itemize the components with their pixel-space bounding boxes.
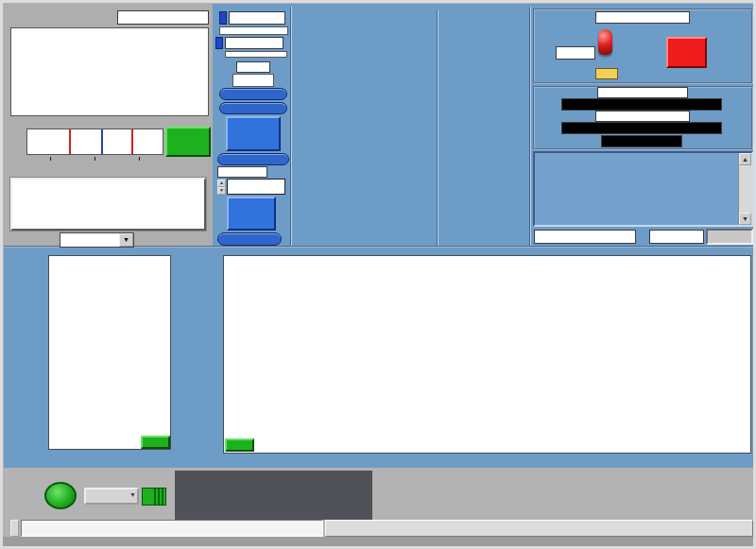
cframe-location-value bbox=[561, 122, 722, 134]
cframe-motion-value bbox=[601, 135, 682, 147]
divider bbox=[290, 7, 292, 246]
shutter-open-label bbox=[556, 46, 595, 60]
three-charts-button[interactable] bbox=[217, 232, 282, 246]
language-dropdown[interactable]: ▼ bbox=[84, 488, 139, 505]
shutter-open-button[interactable] bbox=[666, 37, 707, 68]
meas-val-field[interactable] bbox=[227, 179, 285, 195]
scroll-down-icon[interactable]: ▼ bbox=[739, 213, 751, 225]
status-grip bbox=[10, 520, 19, 537]
deviation-marker-line bbox=[101, 129, 103, 154]
operator-label[interactable] bbox=[225, 37, 284, 49]
shutter-title bbox=[595, 11, 690, 24]
cframe-status-label bbox=[597, 87, 688, 98]
stdz-ok-button[interactable] bbox=[44, 482, 77, 509]
vendor-bar bbox=[325, 520, 753, 537]
bottom-strip bbox=[3, 537, 753, 547]
lower-limit-line bbox=[69, 129, 71, 154]
system-messages-box bbox=[533, 151, 753, 227]
scale-tick bbox=[94, 157, 95, 161]
system-messages-label bbox=[534, 230, 636, 244]
spinner-up-icon[interactable]: ▲ bbox=[217, 180, 226, 187]
chevron-down-icon[interactable]: ▼ bbox=[129, 491, 136, 498]
defects-button[interactable] bbox=[165, 127, 211, 157]
supervisor-field[interactable] bbox=[219, 26, 288, 35]
divider bbox=[437, 10, 438, 246]
fkey-strip bbox=[175, 471, 372, 520]
shift-label bbox=[236, 61, 270, 73]
shift-value-field[interactable] bbox=[232, 74, 274, 87]
get-pc-button[interactable] bbox=[219, 88, 287, 100]
scale-tick bbox=[139, 157, 140, 161]
status-bar-text bbox=[21, 520, 323, 537]
measurement-display bbox=[10, 178, 206, 231]
length-label bbox=[649, 230, 704, 244]
upper-limit-line bbox=[131, 129, 133, 154]
update-coil-f2-button[interactable] bbox=[226, 116, 281, 151]
scale-tick bbox=[50, 157, 51, 161]
cframe-location-label bbox=[595, 111, 690, 122]
toggle-stripes bbox=[154, 489, 165, 505]
trace-plot bbox=[223, 255, 751, 454]
spinner-down-icon[interactable]: ▼ bbox=[217, 187, 226, 195]
spacer bbox=[738, 520, 747, 536]
meas-val-label bbox=[217, 166, 267, 178]
shutter-f4-label bbox=[595, 68, 618, 79]
printer-toggle[interactable] bbox=[142, 488, 166, 506]
scroll-up-icon[interactable]: ▲ bbox=[739, 153, 751, 165]
deviation-bar bbox=[26, 129, 163, 155]
get-list-button[interactable] bbox=[219, 102, 287, 114]
units-dropdown[interactable]: ▼ bbox=[60, 232, 134, 248]
operator-comments-box[interactable] bbox=[10, 27, 209, 116]
chevron-down-icon[interactable]: ▼ bbox=[119, 233, 133, 247]
operator-indicator bbox=[215, 37, 223, 49]
messages-scrollbar[interactable]: ▲ ▼ bbox=[738, 153, 751, 225]
operator-field[interactable] bbox=[225, 51, 287, 58]
application-window: ▼ ▲ ▼ ▲ ▼ bbox=[0, 0, 756, 549]
histogram-plot bbox=[48, 255, 171, 450]
cframe-status-value bbox=[561, 98, 722, 111]
supervisor-label[interactable] bbox=[229, 11, 285, 25]
operator-comments-label bbox=[117, 10, 209, 25]
alloy-comp-f3-button[interactable] bbox=[227, 197, 276, 231]
trace-on-button[interactable] bbox=[225, 438, 254, 452]
supervisor-indicator bbox=[219, 11, 227, 25]
divider bbox=[529, 7, 531, 246]
get-order-button[interactable] bbox=[217, 153, 289, 165]
shutter-led-indicator bbox=[598, 29, 612, 55]
histogram-on-button[interactable] bbox=[141, 436, 170, 449]
length-value bbox=[706, 229, 753, 245]
meas-val-spinner[interactable]: ▲ ▼ bbox=[217, 180, 226, 195]
